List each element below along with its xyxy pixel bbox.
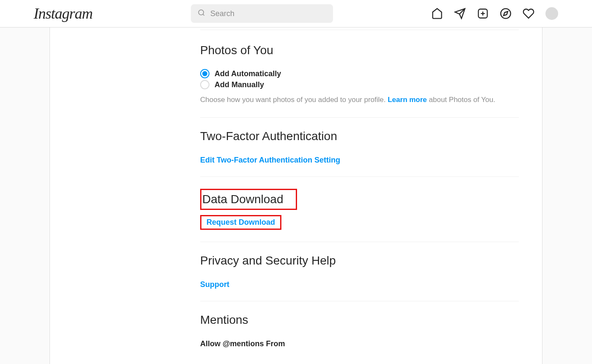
search-wrapper[interactable] [191, 4, 333, 23]
section-privacy-help: Privacy and Security Help Support [200, 242, 519, 301]
section-data-download: Data Download Request Download [200, 176, 519, 242]
top-header: Instagram [0, 0, 592, 28]
content-wrap: Photos of You Add Automatically Add Manu… [50, 28, 542, 364]
radio-manual[interactable] [200, 80, 209, 89]
nav-icons [431, 7, 558, 20]
help-prefix: Choose how you want photos of you added … [200, 96, 388, 104]
send-icon[interactable] [454, 8, 466, 19]
settings-main: Photos of You Add Automatically Add Manu… [177, 28, 542, 364]
radio-item-auto[interactable]: Add Automatically [200, 69, 519, 78]
two-factor-title: Two-Factor Authentication [200, 130, 519, 143]
request-download-highlight: Request Download [200, 215, 281, 230]
learn-more-link[interactable]: Learn more [388, 96, 427, 104]
explore-icon[interactable] [500, 8, 512, 19]
mentions-title: Mentions [200, 313, 519, 327]
radio-auto[interactable] [200, 69, 209, 78]
radio-item-manual[interactable]: Add Manually [200, 80, 519, 89]
svg-line-1 [203, 14, 204, 15]
settings-sidebar [50, 28, 177, 364]
photos-radio-group: Add Automatically Add Manually [200, 69, 519, 89]
svg-point-0 [198, 10, 204, 15]
mentions-subheading: Allow @mentions From [200, 339, 519, 348]
photos-of-you-title: Photos of You [200, 44, 519, 57]
svg-point-7 [501, 8, 511, 18]
home-icon[interactable] [431, 8, 443, 19]
profile-avatar[interactable] [545, 7, 558, 20]
radio-manual-label: Add Manually [215, 80, 264, 89]
search-icon [198, 9, 210, 18]
request-download-link[interactable]: Request Download [207, 218, 275, 226]
new-post-icon[interactable] [477, 8, 489, 19]
photos-help-text: Choose how you want photos of you added … [200, 94, 519, 105]
radio-auto-label: Add Automatically [215, 69, 281, 78]
privacy-help-title: Privacy and Security Help [200, 254, 519, 267]
header-inner: Instagram [25, 4, 567, 23]
data-download-highlight: Data Download [200, 189, 297, 210]
help-suffix: about Photos of You. [427, 96, 496, 104]
section-mentions: Mentions Allow @mentions From [200, 301, 519, 360]
svg-marker-8 [504, 11, 508, 16]
page-body: Photos of You Add Automatically Add Manu… [0, 28, 592, 364]
edit-two-factor-link[interactable]: Edit Two-Factor Authentication Setting [200, 156, 340, 164]
support-link[interactable]: Support [200, 280, 229, 289]
heart-icon[interactable] [523, 8, 534, 19]
search-input[interactable] [210, 9, 326, 18]
section-two-factor: Two-Factor Authentication Edit Two-Facto… [200, 117, 519, 176]
section-photos-of-you: Photos of You Add Automatically Add Manu… [200, 30, 519, 117]
data-download-title: Data Download [202, 193, 283, 206]
instagram-logo[interactable]: Instagram [34, 5, 93, 22]
